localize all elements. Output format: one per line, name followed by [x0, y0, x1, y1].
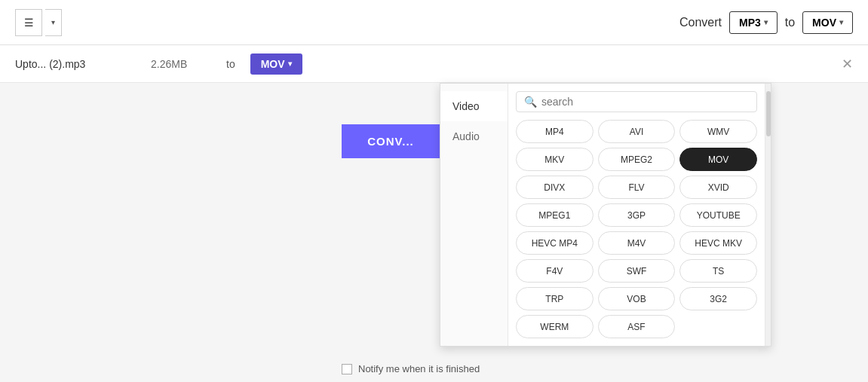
format-option-3gp[interactable]: 3GP: [598, 203, 676, 227]
file-size: 2.26MB: [151, 58, 211, 70]
file-close-button[interactable]: ✕: [842, 57, 853, 71]
from-format-arrow: ▾: [764, 18, 768, 26]
menu-button[interactable]: ☰: [15, 9, 42, 36]
file-format-arrow: ▾: [288, 60, 292, 68]
format-option-f4v[interactable]: F4V: [516, 259, 593, 283]
header-left: ☰ ▾: [15, 9, 62, 36]
sidebar-item-video[interactable]: Video: [440, 91, 508, 121]
chevron-down-icon: ▾: [51, 18, 55, 26]
file-to-label: to: [226, 58, 235, 70]
format-option-mpeg1[interactable]: MPEG1: [516, 203, 593, 227]
format-option-3g2[interactable]: 3G2: [679, 287, 757, 310]
scrollbar-thumb: [766, 91, 771, 136]
close-icon: ✕: [842, 57, 853, 72]
format-option-m4v[interactable]: M4V: [598, 231, 676, 255]
format-option-avi[interactable]: AVI: [598, 120, 676, 143]
file-format-button[interactable]: MOV ▾: [250, 53, 302, 75]
format-option-flv[interactable]: FLV: [598, 176, 676, 199]
search-input[interactable]: [541, 96, 749, 108]
format-dropdown-panel: Video Audio 🔍 MP4AVIWMVMKVMPEG2MOVDIVXFL…: [440, 83, 771, 347]
format-option-mov[interactable]: MOV: [679, 148, 757, 171]
search-box: 🔍: [516, 91, 757, 112]
format-option-trp[interactable]: TRP: [516, 287, 593, 310]
notify-label: Notify me when it is finished: [358, 363, 480, 374]
to-format-button[interactable]: MOV ▾: [802, 11, 853, 34]
sidebar-item-audio[interactable]: Audio: [440, 121, 508, 151]
header-right: Convert MP3 ▾ to MOV ▾: [679, 11, 853, 34]
header: ☰ ▾ Convert MP3 ▾ to MOV ▾: [0, 0, 868, 45]
scrollbar[interactable]: [765, 84, 771, 346]
format-option-vob[interactable]: VOB: [598, 287, 676, 310]
to-label: to: [785, 16, 795, 29]
file-format-label: MOV: [261, 58, 285, 70]
menu-dropdown-arrow[interactable]: ▾: [45, 9, 62, 36]
format-option-hevc-mp4[interactable]: HEVC MP4: [516, 231, 593, 255]
format-option-mkv[interactable]: MKV: [516, 148, 593, 171]
to-format-arrow: ▾: [839, 18, 843, 26]
format-option-hevc-mkv[interactable]: HEVC MKV: [679, 231, 757, 255]
convert-button-area: CONV...: [342, 124, 440, 158]
convert-button[interactable]: CONV...: [342, 124, 440, 158]
formats-grid: MP4AVIWMVMKVMPEG2MOVDIVXFLVXVIDMPEG13GPY…: [516, 120, 757, 338]
format-option-ts[interactable]: TS: [679, 259, 757, 283]
notify-checkbox[interactable]: [342, 364, 352, 374]
from-format-button[interactable]: MP3 ▾: [729, 11, 778, 34]
search-icon: 🔍: [524, 96, 537, 108]
main-area: CONV... Notify me when it is finished Vi…: [0, 83, 868, 382]
format-option-mp4[interactable]: MP4: [516, 120, 593, 143]
file-name: Upto... (2).mp3: [15, 58, 136, 70]
format-option-wmv[interactable]: WMV: [679, 120, 757, 143]
convert-button-label: CONV...: [367, 135, 413, 148]
dropdown-sidebar: Video Audio: [440, 84, 508, 346]
format-option-divx[interactable]: DIVX: [516, 176, 593, 199]
notify-row: Notify me when it is finished: [342, 363, 480, 374]
menu-icon: ☰: [24, 17, 34, 29]
format-option-mpeg2[interactable]: MPEG2: [598, 148, 676, 171]
format-option-werm[interactable]: WERM: [516, 315, 593, 338]
format-option-swf[interactable]: SWF: [598, 259, 676, 283]
format-option-youtube[interactable]: YOUTUBE: [679, 203, 757, 227]
to-format-label: MOV: [812, 17, 836, 29]
dropdown-content: 🔍 MP4AVIWMVMKVMPEG2MOVDIVXFLVXVIDMPEG13G…: [508, 84, 765, 346]
from-format-label: MP3: [739, 17, 761, 29]
convert-label: Convert: [679, 16, 722, 29]
format-option-asf[interactable]: ASF: [598, 315, 676, 338]
file-row: Upto... (2).mp3 2.26MB to MOV ▾ ✕: [0, 45, 868, 83]
format-option-xvid[interactable]: XVID: [679, 176, 757, 199]
